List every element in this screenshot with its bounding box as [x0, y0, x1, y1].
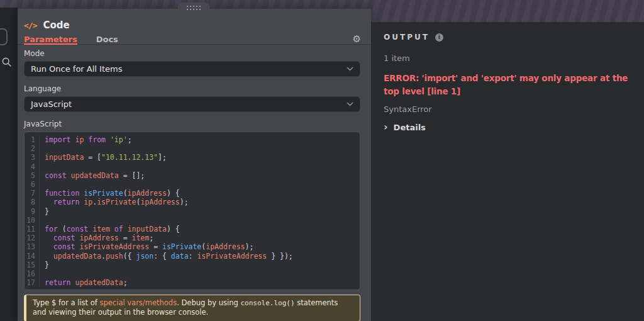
output-items-count: 1 item	[384, 54, 638, 63]
code-node-dialog: </> Code Parameters Docs ⚙ Mode Run Once…	[18, 9, 371, 321]
code-line: 17return updatedData;	[25, 278, 360, 287]
details-toggle[interactable]: › Details	[384, 122, 638, 132]
output-title: OUTPUT	[384, 33, 430, 42]
search-icon[interactable]	[1, 57, 12, 67]
mode-select-value: Run Once for All Items	[31, 64, 122, 74]
code-line: 15}	[25, 261, 360, 269]
output-panel: OUTPUT i 1 item ERROR: 'import' and 'exp…	[371, 22, 644, 321]
tabs-bar: Parameters Docs ⚙	[18, 35, 371, 45]
partial-canvas-node[interactable]	[0, 28, 8, 45]
line-number: 13	[25, 242, 40, 251]
gear-icon[interactable]: ⚙	[353, 35, 361, 44]
line-number: 7	[25, 189, 40, 198]
line-number: 11	[25, 225, 40, 234]
line-number: 15	[25, 261, 40, 269]
line-number: 12	[25, 234, 40, 242]
line-number: 14	[25, 252, 40, 261]
chevron-right-icon: ›	[384, 122, 388, 132]
line-number: 2	[25, 144, 40, 153]
code-line: 9}	[25, 207, 360, 216]
hint-text: Type $ for a list of special vars/method…	[33, 298, 338, 317]
canvas-left-rail	[0, 8, 18, 321]
line-number: 4	[25, 162, 40, 171]
tab-parameters[interactable]: Parameters	[24, 35, 77, 44]
mode-select[interactable]: Run Once for All Items	[24, 61, 360, 77]
code-line: 6	[25, 180, 360, 189]
code-line: 7function isPrivate(ipAddress) {	[25, 189, 360, 198]
language-select[interactable]: JavaScript	[24, 96, 360, 112]
code-editor[interactable]: 1import ip from 'ip';23inputData = ["10.…	[24, 132, 360, 290]
code-line: 2	[25, 144, 360, 153]
screen: </> Code Parameters Docs ⚙ Mode Run Once…	[0, 0, 644, 321]
code-line: 1import ip from 'ip';	[25, 135, 360, 144]
special-vars-link[interactable]: special vars/methods	[100, 298, 177, 307]
line-number: 17	[25, 278, 40, 287]
chevron-down-icon	[347, 102, 353, 106]
code-line: 5const updatedData = [];	[25, 171, 360, 180]
line-number: 16	[25, 269, 40, 278]
output-error-message: ERROR: 'import' and 'export' may only ap…	[384, 72, 638, 98]
drag-handle[interactable]	[178, 3, 209, 13]
language-label: Language	[24, 84, 360, 93]
code-line: 12 const ipAddress = item;	[25, 234, 360, 242]
editor-label: JavaScript	[24, 120, 360, 128]
code-line: 10	[25, 216, 360, 225]
hint-banner: Type $ for a list of special vars/method…	[24, 295, 360, 321]
code-line: 16	[25, 269, 360, 278]
line-number: 6	[25, 180, 40, 189]
code-node-icon: </>	[24, 21, 36, 30]
mode-label: Mode	[24, 49, 360, 58]
parameters-panel: Mode Run Once for All Items Language Jav…	[18, 45, 371, 321]
line-number: 1	[25, 135, 40, 144]
line-number: 10	[25, 216, 40, 225]
line-number: 3	[25, 153, 40, 162]
line-number: 8	[25, 198, 40, 206]
details-label: Details	[394, 123, 426, 132]
line-number: 5	[25, 171, 40, 180]
code-line: 4	[25, 162, 360, 171]
info-icon[interactable]: i	[435, 33, 443, 42]
language-select-value: JavaScript	[31, 99, 72, 109]
chevron-down-icon	[347, 67, 353, 71]
output-error-type: SyntaxError	[384, 104, 638, 114]
tab-docs[interactable]: Docs	[96, 35, 118, 44]
code-line: 3inputData = ["10.11.12.13"];	[25, 153, 360, 162]
code-line: 13 const isPrivateAddress = isPrivate(ip…	[25, 242, 360, 251]
dialog-title: Code	[43, 20, 69, 31]
line-number: 9	[25, 207, 40, 216]
code-line: 14 updatedData.push({ json: { data: isPr…	[25, 252, 360, 261]
code-line: 8 return ip.isPrivate(ipAddress);	[25, 198, 360, 206]
dialog-header: </> Code	[18, 9, 371, 35]
code-line: 11for (const item of inputData) {	[25, 225, 360, 234]
drag-dots-icon	[187, 6, 201, 10]
